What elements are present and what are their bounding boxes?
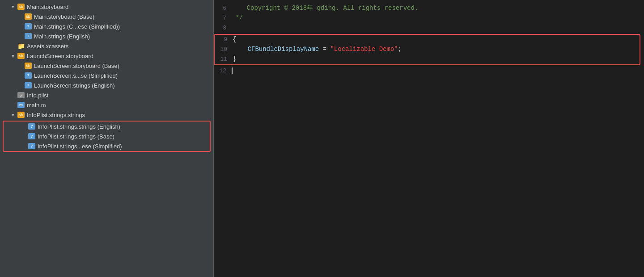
code-punctuation: ;: [398, 46, 402, 53]
line-number: 11: [215, 55, 233, 64]
strings-icon: 7: [28, 143, 36, 150]
strings-icon: 7: [24, 82, 32, 89]
sidebar-item-info-plist[interactable]: pl Info.plist: [0, 90, 213, 100]
sidebar-item-label: LaunchScreen.s...se (Simplified): [34, 72, 118, 79]
sidebar-item-main-storyboard-group[interactable]: ▼ sb Main.storyboard: [0, 2, 213, 12]
storyboard-icon: sb: [17, 111, 25, 118]
sidebar-item-label: InfoPlist.strings...ese (Simplified): [38, 143, 122, 150]
code-text: */: [232, 13, 243, 23]
sidebar-item-label: main.m: [27, 102, 46, 109]
storyboard-icon: sb: [24, 13, 32, 20]
no-arrow: [18, 83, 24, 88]
code-line-7: 7 */: [214, 13, 644, 23]
storyboard-icon: sb: [24, 62, 32, 69]
sidebar-item-main-strings-en[interactable]: 7 Main.strings (English): [0, 31, 213, 41]
sidebar-item-launchscreen-strings-en[interactable]: 7 LaunchScreen.strings (English): [0, 80, 213, 90]
line-number: 8: [214, 24, 232, 33]
code-text: CFBundleDisplayName = "Localizable Demo"…: [233, 45, 402, 54]
sidebar-item-infoplist-strings-base[interactable]: 7 InfoPlist.strings.strings (Base): [4, 131, 210, 141]
sidebar-item-label: InfoPlist.strings.strings (Base): [38, 133, 114, 140]
plist-icon: pl: [17, 92, 25, 99]
chevron-down-icon: ▼: [11, 54, 17, 59]
no-arrow: [21, 144, 28, 149]
m-file-icon: m: [17, 101, 25, 109]
no-arrow: [18, 63, 24, 68]
line-number: 6: [214, 4, 232, 13]
highlighted-infoplist-group: 7 InfoPlist.strings.strings (English) 7 …: [3, 121, 211, 152]
sidebar-item-launchscreen-storyboard-base[interactable]: sb LaunchScreen.storyboard (Base): [0, 61, 213, 71]
sidebar-item-main-m[interactable]: m main.m: [0, 100, 213, 110]
sidebar-item-launchscreen-strings-se[interactable]: 7 LaunchScreen.s...se (Simplified): [0, 71, 213, 80]
code-line-12: 12: [214, 66, 644, 76]
line-number: 12: [214, 67, 232, 76]
code-line-6: 6 Copyright © 2018年 qding. All rights re…: [214, 4, 644, 13]
code-string: "Localizable Demo": [330, 46, 398, 53]
sidebar-item-label: Assets.xcassets: [27, 43, 68, 50]
code-line-11: 11 }: [215, 55, 640, 64]
code-text: [232, 66, 233, 76]
folder-icon: 📁: [17, 42, 25, 50]
code-punctuation: =: [319, 46, 330, 53]
sidebar-item-infoplist-strings-en[interactable]: 7 InfoPlist.strings.strings (English): [4, 122, 210, 131]
line-number: 10: [215, 45, 233, 54]
line-number: 9: [215, 35, 233, 44]
sidebar-item-label: Main.storyboard (Base): [34, 13, 94, 20]
sidebar-item-label: InfoPlist.strings.strings: [27, 112, 85, 118]
sidebar-item-assets-xcassets[interactable]: 📁 Assets.xcassets: [0, 41, 213, 51]
sidebar-item-label: Main.strings (English): [34, 33, 90, 40]
code-text: Copyright © 2018年 qding. All rights rese…: [232, 4, 418, 13]
storyboard-icon: sb: [17, 52, 25, 59]
text-cursor: [232, 67, 233, 74]
storyboard-icon: sb: [17, 3, 25, 10]
sidebar-item-label: Main.strings (C...ese (Simplified)): [34, 23, 120, 30]
sidebar-item-main-strings-c[interactable]: 7 Main.strings (C...ese (Simplified)): [0, 21, 213, 31]
strings-icon: 7: [24, 72, 32, 79]
strings-icon: 7: [24, 33, 32, 40]
line-number: 7: [214, 14, 232, 23]
chevron-down-icon: ▼: [11, 113, 17, 118]
highlighted-code-block: 9 { 10 CFBundleDisplayName = "Localizabl…: [214, 34, 640, 65]
sidebar-item-label: LaunchScreen.storyboard (Base): [34, 63, 119, 69]
code-content: 6 Copyright © 2018年 qding. All rights re…: [214, 0, 644, 80]
no-arrow: [21, 124, 28, 129]
code-line-9: 9 {: [215, 35, 640, 45]
file-navigator[interactable]: ▼ sb Main.storyboard sb Main.storyboard …: [0, 0, 214, 277]
code-line-10: 10 CFBundleDisplayName = "Localizable De…: [215, 45, 640, 55]
code-text: {: [233, 35, 236, 44]
code-line-8: 8: [214, 23, 644, 33]
no-arrow: [18, 34, 24, 39]
sidebar-item-infoplist-strings-group[interactable]: ▼ sb InfoPlist.strings.strings: [0, 110, 213, 120]
no-arrow: [18, 73, 24, 78]
no-arrow: [11, 44, 17, 49]
sidebar-item-launchscreen-storyboard-group[interactable]: ▼ sb LaunchScreen.storyboard: [0, 51, 213, 61]
no-arrow: [18, 24, 24, 29]
strings-icon: 7: [28, 133, 36, 140]
no-arrow: [18, 14, 24, 19]
sidebar-item-infoplist-strings-se[interactable]: 7 InfoPlist.strings...ese (Simplified): [4, 141, 210, 151]
no-arrow: [11, 93, 17, 98]
code-editor: 6 Copyright © 2018年 qding. All rights re…: [214, 0, 644, 277]
code-text: [232, 23, 235, 33]
code-text: }: [233, 55, 236, 64]
sidebar-item-label: Info.plist: [27, 92, 48, 99]
sidebar-item-label: LaunchScreen.storyboard: [27, 53, 93, 59]
strings-icon: 7: [24, 23, 32, 30]
sidebar-item-label: Main.storyboard: [27, 4, 68, 10]
sidebar-item-label: InfoPlist.strings.strings (English): [38, 123, 120, 130]
no-arrow: [21, 134, 28, 139]
sidebar-item-label: LaunchScreen.strings (English): [34, 82, 115, 89]
strings-icon: 7: [28, 123, 36, 130]
chevron-down-icon: ▼: [11, 4, 17, 9]
code-key: CFBundleDisplayName: [233, 46, 319, 53]
no-arrow: [11, 103, 17, 108]
sidebar-item-main-storyboard-base[interactable]: sb Main.storyboard (Base): [0, 12, 213, 21]
